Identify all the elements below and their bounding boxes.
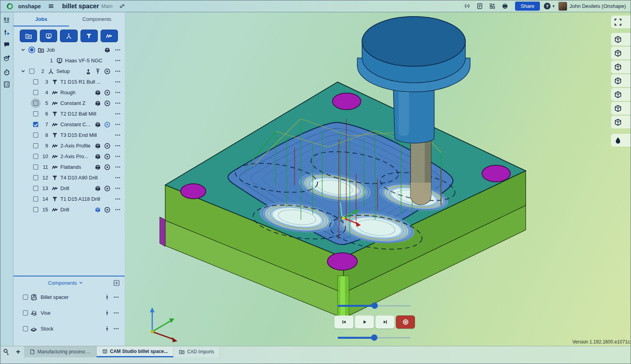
kebab-menu[interactable] [113, 111, 122, 117]
bottom-tab[interactable]: CAM Studio billet space... [97, 346, 174, 357]
skip-start-button[interactable] [334, 315, 353, 329]
add-component-button[interactable] [113, 280, 120, 286]
sim-cube-icon[interactable] [95, 90, 101, 96]
create-new-job-button[interactable] [20, 30, 37, 42]
play-icon[interactable] [104, 121, 110, 128]
view-orientation-button[interactable] [611, 47, 631, 60]
row-checkbox[interactable] [33, 90, 38, 95]
kebab-menu[interactable] [113, 100, 122, 106]
tree-row[interactable]: 6T2 D12 Ball Mill [13, 108, 125, 119]
row-checkbox[interactable] [23, 310, 28, 315]
workspace-label[interactable]: Main [101, 3, 112, 9]
hamburger-menu-icon[interactable] [47, 2, 56, 11]
new-tab-button[interactable] [12, 346, 24, 357]
kebab-menu[interactable] [113, 207, 122, 213]
components-header[interactable]: Components [48, 280, 84, 286]
rail-simulate-cube-button[interactable] [2, 54, 11, 63]
kebab-menu[interactable] [113, 79, 122, 85]
tree-row[interactable]: 3T1 D15 R1 Bull ... [13, 77, 125, 87]
notes-icon[interactable] [475, 2, 484, 11]
row-checkbox[interactable] [33, 143, 38, 148]
kebab-menu[interactable] [113, 121, 122, 127]
row-checkbox[interactable] [33, 207, 38, 212]
fullscreen-button[interactable] [611, 15, 631, 28]
chevron-down-icon[interactable] [19, 47, 27, 52]
row-radio[interactable] [28, 47, 35, 53]
tree-row[interactable]: 92-Axis Profile [13, 140, 125, 151]
post-top-icon[interactable] [95, 68, 101, 75]
sim-cube-icon[interactable] [95, 164, 101, 170]
tree-row[interactable]: 13Drill [13, 183, 125, 194]
bottom-tab[interactable]: Manufacturing process ... [24, 346, 97, 357]
axis-dots-icon[interactable] [103, 310, 111, 316]
row-checkbox[interactable] [33, 175, 38, 180]
axis-dots-icon[interactable] [103, 294, 111, 300]
row-checkbox[interactable] [33, 133, 38, 138]
component-row[interactable]: Vise [13, 305, 125, 321]
create-tool-button[interactable] [80, 30, 98, 42]
row-checkbox[interactable] [33, 111, 38, 116]
view-orientation-button[interactable] [611, 102, 631, 115]
simulation-slider[interactable] [338, 302, 411, 309]
tree-row[interactable]: 8T3 D15 End Mill [13, 130, 125, 140]
create-toolpath-button[interactable] [101, 30, 118, 42]
post-up-icon[interactable] [85, 68, 91, 75]
play-icon[interactable] [104, 164, 110, 170]
rail-process-list-button[interactable] [2, 15, 11, 25]
sim-cube-icon[interactable] [95, 185, 101, 192]
create-machine-button[interactable] [40, 30, 57, 42]
sim-cube-icon[interactable] [95, 100, 101, 106]
row-checkbox[interactable] [33, 196, 38, 202]
apps-icon[interactable] [488, 2, 497, 11]
rail-comment-button[interactable] [2, 40, 11, 49]
play-icon[interactable] [104, 207, 110, 213]
kebab-menu[interactable] [113, 143, 122, 149]
row-checkbox[interactable] [33, 154, 38, 159]
sim-cube-icon[interactable] [95, 153, 101, 160]
tree-row[interactable]: 1Haas VF-5 NGC [13, 55, 125, 66]
row-checkbox[interactable] [33, 122, 38, 127]
skip-end-button[interactable] [375, 315, 394, 329]
component-row[interactable]: Stock [13, 321, 125, 336]
kebab-menu[interactable] [113, 68, 122, 74]
play-icon[interactable] [104, 100, 110, 106]
tree-row[interactable]: 2Setup [13, 66, 125, 77]
bottom-tab[interactable]: CAD Imports [174, 346, 220, 357]
view-orientation-button[interactable] [611, 60, 631, 73]
speed-slider[interactable] [338, 334, 411, 341]
share-button[interactable]: Share [515, 2, 540, 11]
sim-cube-icon[interactable] [95, 143, 101, 149]
row-checkbox[interactable] [23, 326, 28, 331]
kebab-menu[interactable] [111, 294, 121, 300]
tree-row[interactable]: 4Rough [13, 87, 125, 98]
panel-tab-components[interactable]: Components [69, 12, 125, 26]
rail-report-form-button[interactable] [2, 80, 11, 89]
row-checkbox[interactable] [23, 295, 28, 300]
row-checkbox[interactable] [33, 79, 38, 84]
play-icon[interactable] [104, 90, 110, 96]
row-checkbox[interactable] [33, 164, 38, 170]
kebab-menu[interactable] [113, 185, 122, 191]
pan-zoom-icon[interactable] [0, 346, 12, 357]
axis-dots-icon[interactable] [103, 326, 111, 332]
row-checkbox[interactable] [29, 69, 34, 74]
slider-knob[interactable] [372, 302, 378, 309]
stop-button[interactable] [396, 315, 415, 329]
kebab-menu[interactable] [113, 164, 122, 170]
kebab-menu[interactable] [113, 153, 122, 159]
braces-check-icon[interactable] [463, 2, 471, 11]
tree-row[interactable]: 14T1 D15 A118 Drill [13, 194, 125, 204]
tree-row[interactable]: 15Drill [13, 204, 125, 215]
help-icon[interactable]: ? [544, 3, 551, 9]
play-icon[interactable] [104, 153, 110, 160]
tree-row[interactable]: Job [13, 45, 125, 55]
sim-cube-icon[interactable] [95, 207, 101, 213]
sphere-icon[interactable] [500, 2, 509, 11]
play-icon[interactable] [104, 68, 110, 75]
tree-row[interactable]: 102-Axis Pro... [13, 151, 125, 162]
view-orientation-button[interactable] [611, 116, 631, 129]
link-icon[interactable] [118, 2, 126, 11]
tree-row[interactable]: 5Constant Z [13, 98, 125, 108]
kebab-menu[interactable] [113, 175, 122, 181]
tree-row[interactable]: 7Constant C... [13, 119, 125, 130]
